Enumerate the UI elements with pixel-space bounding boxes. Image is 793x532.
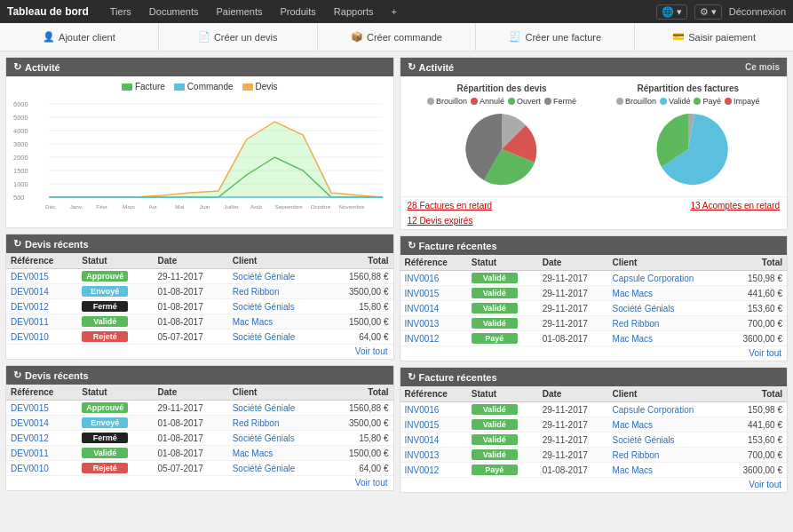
client-link[interactable]: Red Ribbon bbox=[233, 287, 280, 297]
nav-tiers[interactable]: Tiers bbox=[107, 6, 135, 17]
saisir-paiement-button[interactable]: 💳 Saisir paiement bbox=[635, 23, 793, 51]
main-content: ↻ Activité Facture Commande Devis bbox=[0, 52, 793, 498]
right-panel: ↻ Activité Ce mois Répartition des devis… bbox=[400, 57, 789, 493]
nav-paiements[interactable]: Paiements bbox=[212, 6, 266, 17]
factures-retard-link[interactable]: 28 Factures en retard bbox=[408, 201, 493, 210]
factures-voir-tout[interactable]: Voir tout bbox=[400, 346, 788, 361]
ref-link[interactable]: INV0013 bbox=[405, 450, 440, 460]
client-link[interactable]: Société Géniale bbox=[233, 332, 296, 342]
navbar: Tableau de bord Tiers Documents Paiement… bbox=[0, 0, 793, 23]
row-date: 29-11-2017 bbox=[538, 301, 608, 316]
ref-link[interactable]: INV0013 bbox=[405, 319, 440, 329]
ajouter-client-button[interactable]: 👤 Ajouter client bbox=[0, 23, 159, 51]
factures-voir-tout-2[interactable]: Voir tout bbox=[400, 478, 788, 492]
svg-text:1000: 1000 bbox=[13, 180, 28, 188]
client-link[interactable]: Mac Macs bbox=[613, 334, 654, 344]
ref-link[interactable]: INV0012 bbox=[405, 465, 440, 475]
client-link[interactable]: Red Ribbon bbox=[613, 450, 660, 460]
creer-devis-button[interactable]: 📄 Créer un devis bbox=[159, 23, 318, 51]
ref-link[interactable]: DEV0014 bbox=[11, 287, 49, 297]
nav-rapports[interactable]: Rapports bbox=[330, 6, 377, 17]
client-link[interactable]: Red Ribbon bbox=[613, 319, 660, 329]
facture-legend-dot bbox=[122, 83, 132, 91]
row-ref: INV0016 bbox=[400, 271, 467, 286]
col-total-2: Total bbox=[327, 385, 393, 401]
deconnect-button[interactable]: Déconnexion bbox=[729, 6, 786, 17]
status-badge: Approuvé bbox=[82, 402, 128, 413]
client-link[interactable]: Red Ribbon bbox=[233, 418, 280, 428]
row-total: 1500,00 € bbox=[327, 446, 393, 461]
ref-link[interactable]: DEV0012 bbox=[11, 433, 49, 443]
row-total: 3600,00 € bbox=[725, 331, 787, 346]
client-link[interactable]: Société Génials bbox=[233, 433, 295, 443]
globe-icon-btn[interactable]: 🌐 ▾ bbox=[656, 4, 687, 20]
brouillon-label: Brouillon bbox=[436, 97, 467, 106]
devis-expire-link[interactable]: 12 Devis expirés bbox=[400, 214, 788, 229]
row-date: 29-11-2017 bbox=[154, 401, 228, 416]
gear-icon-btn[interactable]: ⚙ ▾ bbox=[694, 4, 722, 20]
factures-icon-header-2: ↻ bbox=[408, 371, 416, 383]
ref-link[interactable]: INV0016 bbox=[405, 274, 440, 283]
ref-link[interactable]: DEV0012 bbox=[11, 302, 49, 312]
devis-voir-tout[interactable]: Voir tout bbox=[6, 345, 393, 359]
ref-link[interactable]: INV0016 bbox=[405, 405, 440, 415]
fcol-client: Client bbox=[608, 255, 725, 271]
row-date: 29-11-2017 bbox=[154, 269, 228, 284]
client-link[interactable]: Mac Macs bbox=[613, 289, 654, 298]
client-link[interactable]: Mac Macs bbox=[233, 317, 274, 327]
col-statut-2: Statut bbox=[77, 385, 153, 401]
status-badge: Validé bbox=[472, 303, 518, 314]
factures-pie-container: Répartition des factures Brouillon Valid… bbox=[616, 83, 759, 189]
client-link[interactable]: Mac Macs bbox=[233, 449, 274, 458]
devis-voir-tout-2[interactable]: Voir tout bbox=[6, 476, 393, 490]
row-client: Mac Macs bbox=[608, 417, 725, 433]
row-date: 29-11-2017 bbox=[538, 316, 608, 331]
f-paye-label: Payé bbox=[702, 97, 721, 106]
row-statut: Payé bbox=[467, 331, 538, 346]
svg-text:Novembre: Novembre bbox=[338, 203, 365, 210]
creer-facture-button[interactable]: 🧾 Créer une facture bbox=[476, 23, 635, 51]
row-statut: Approuvé bbox=[77, 401, 153, 416]
ref-link[interactable]: DEV0011 bbox=[11, 449, 49, 458]
client-link[interactable]: Société Génials bbox=[613, 435, 675, 445]
nav-produits[interactable]: Produits bbox=[276, 6, 319, 17]
svg-text:Janv.: Janv. bbox=[70, 203, 83, 210]
ref-link[interactable]: INV0012 bbox=[405, 334, 440, 344]
client-link[interactable]: Société Géniale bbox=[233, 464, 296, 473]
client-link[interactable]: Mac Macs bbox=[613, 420, 654, 430]
nav-documents[interactable]: Documents bbox=[146, 6, 202, 17]
table-row: INV0012 Payé 01-08-2017 Mac Macs 3600,00… bbox=[400, 331, 788, 346]
ref-link[interactable]: DEV0010 bbox=[11, 332, 49, 342]
ref-link[interactable]: DEV0010 bbox=[11, 464, 49, 473]
ref-link[interactable]: INV0015 bbox=[405, 420, 440, 430]
client-link[interactable]: Capsule Corporation bbox=[613, 405, 694, 415]
client-link[interactable]: Capsule Corporation bbox=[613, 274, 694, 283]
ref-link[interactable]: INV0014 bbox=[405, 304, 440, 314]
ref-link[interactable]: DEV0011 bbox=[11, 317, 49, 327]
ref-link[interactable]: DEV0015 bbox=[11, 272, 49, 282]
factures-recentes-card: ↻ Facture récentes Référence Statut Date… bbox=[400, 235, 789, 361]
acomptes-retard-link[interactable]: 13 Acomptes en retard bbox=[690, 201, 780, 210]
row-total: 441,60 € bbox=[725, 286, 787, 301]
factures-recentes-header: ↻ Facture récentes bbox=[400, 236, 788, 255]
svg-text:Juin: Juin bbox=[200, 203, 210, 210]
row-ref: DEV0015 bbox=[6, 401, 77, 416]
row-client: Société Génials bbox=[228, 431, 327, 446]
activity-right-icon: ↻ bbox=[408, 61, 416, 73]
client-link[interactable]: Société Géniale bbox=[233, 403, 296, 413]
nav-plus[interactable]: + bbox=[387, 6, 400, 17]
client-link[interactable]: Société Génials bbox=[613, 304, 675, 314]
ref-link[interactable]: INV0014 bbox=[405, 435, 440, 445]
ref-link[interactable]: INV0015 bbox=[405, 289, 440, 298]
row-ref: DEV0014 bbox=[6, 284, 77, 299]
client-link[interactable]: Société Génials bbox=[233, 302, 295, 312]
ref-link[interactable]: DEV0014 bbox=[11, 418, 49, 428]
client-link[interactable]: Mac Macs bbox=[613, 465, 654, 475]
factures-recentes-table-2: Référence Statut Date Client Total INV00… bbox=[400, 386, 788, 478]
client-link[interactable]: Société Géniale bbox=[233, 272, 296, 282]
row-statut: Rejeté bbox=[77, 461, 153, 476]
row-client: Mac Macs bbox=[228, 314, 327, 330]
ref-link[interactable]: DEV0015 bbox=[11, 403, 49, 413]
svg-text:2000: 2000 bbox=[13, 154, 28, 162]
creer-commande-button[interactable]: 📦 Créer commande bbox=[318, 23, 477, 51]
